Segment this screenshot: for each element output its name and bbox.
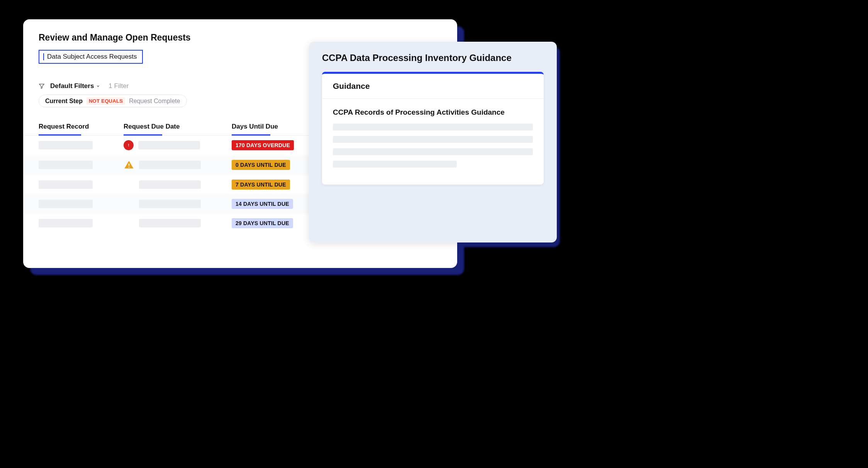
filters-label-text: Default Filters — [50, 82, 94, 90]
placeholder — [333, 124, 533, 131]
placeholder — [333, 161, 457, 168]
placeholder — [333, 148, 533, 155]
placeholder — [39, 180, 93, 189]
placeholder — [139, 180, 201, 189]
alert-circle-icon — [124, 140, 134, 150]
alert-triangle-icon — [124, 159, 134, 170]
placeholder — [39, 141, 93, 149]
guidance-card: Guidance CCPA Records of Processing Acti… — [322, 72, 544, 185]
placeholder — [39, 200, 93, 208]
col-header-days[interactable]: Days Until Due — [232, 123, 320, 135]
placeholder — [138, 141, 200, 149]
placeholder — [39, 219, 93, 227]
status-badge: 170 DAYS OVERDUE — [232, 140, 294, 150]
filter-pill[interactable]: Current Step NOT EQUALS Request Complete — [39, 95, 187, 107]
filter-pill-field: Current Step — [45, 98, 83, 105]
guidance-title: CCPA Data Processing Inventory Guidance — [322, 53, 544, 63]
placeholder — [333, 136, 533, 143]
guidance-section-head: Guidance — [322, 74, 544, 99]
filters-count: 1 Filter — [108, 82, 129, 90]
filters-dropdown[interactable]: Default Filters — [50, 82, 100, 90]
placeholder — [139, 161, 201, 169]
placeholder — [39, 161, 93, 169]
status-badge: 7 DAYS UNTIL DUE — [232, 180, 290, 190]
filter-pill-operator: NOT EQUALS — [86, 97, 125, 105]
placeholder — [139, 200, 201, 208]
col-header-due[interactable]: Request Due Date — [124, 123, 232, 135]
status-badge: 0 DAYS UNTIL DUE — [232, 160, 290, 170]
chevron-down-icon — [96, 84, 100, 88]
tab-label: Data Subject Access Requests — [47, 53, 137, 61]
text-cursor-icon — [43, 53, 44, 60]
col-header-record[interactable]: Request Record — [39, 123, 124, 135]
tab-dsar[interactable]: Data Subject Access Requests — [39, 50, 143, 64]
funnel-icon — [39, 83, 45, 89]
status-badge: 14 DAYS UNTIL DUE — [232, 199, 293, 209]
status-badge: 29 DAYS UNTIL DUE — [232, 218, 293, 228]
placeholder — [139, 219, 201, 227]
filter-pill-value: Request Complete — [129, 98, 180, 105]
guidance-panel: CCPA Data Processing Inventory Guidance … — [309, 42, 557, 242]
guidance-subtitle: CCPA Records of Processing Activities Gu… — [333, 108, 533, 117]
